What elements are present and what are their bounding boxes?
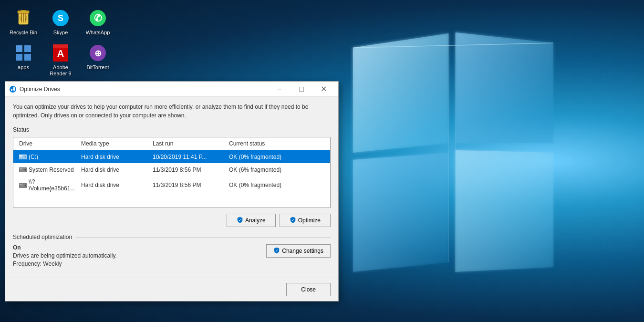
row3-status: OK (0% fragmented) — [227, 181, 326, 189]
svg-rect-37 — [20, 168, 22, 169]
svg-point-30 — [10, 86, 16, 93]
table-header: Drive Media type Last run Current status — [13, 137, 330, 150]
row3-last-run: 11/3/2019 8:56 PM — [151, 181, 227, 189]
optimize-drives-dialog: Optimize Drives − □ ✕ You can optimize y… — [5, 81, 339, 301]
svg-text:✆: ✆ — [94, 13, 102, 23]
drive-table: Drive Media type Last run Current status — [13, 137, 331, 208]
close-button[interactable]: ✕ — [312, 82, 334, 97]
svg-text:A: A — [57, 48, 64, 59]
svg-text:⊕: ⊕ — [94, 49, 102, 58]
scheduled-status: On — [13, 244, 117, 251]
dialog-body: You can optimize your drives to help you… — [5, 97, 338, 273]
bittorrent-icon: ⊕ — [88, 43, 107, 62]
svg-text:✓: ✓ — [239, 218, 241, 222]
scheduled-divider — [76, 237, 331, 238]
bittorrent-label: BitTorrent — [86, 64, 109, 71]
scheduled-label: Scheduled optimization — [13, 234, 72, 240]
drive-icon-c — [19, 153, 27, 161]
row2-drive: System Reserved — [17, 165, 79, 175]
maximize-button[interactable]: □ — [291, 82, 312, 97]
close-dialog-button[interactable]: Close — [286, 283, 331, 296]
status-divider — [33, 130, 331, 130]
svg-rect-18 — [24, 45, 31, 52]
optimize-shield-icon: ✓ — [290, 217, 296, 225]
svg-point-41 — [25, 185, 26, 186]
table-body: (C:) Hard disk drive 10/20/2019 11:41 P.… — [13, 150, 330, 208]
dialog-title-icon — [9, 85, 17, 93]
svg-rect-40 — [20, 184, 22, 185]
svg-rect-20 — [24, 54, 31, 61]
svg-point-35 — [25, 156, 26, 158]
row2-last-run: 11/3/2019 8:56 PM — [151, 166, 227, 174]
svg-text:✓: ✓ — [275, 249, 278, 252]
desktop-icon-skype[interactable]: S Skype — [43, 6, 78, 39]
analyze-button[interactable]: ✓ Analyze — [227, 214, 276, 227]
table-row[interactable]: System Reserved Hard disk drive 11/3/201… — [13, 163, 330, 176]
svg-rect-19 — [16, 54, 22, 61]
drive-icon-volume — [19, 181, 27, 189]
change-settings-button[interactable]: ✓ Change settings — [266, 244, 331, 258]
adobe-icon: A — [51, 43, 70, 62]
desktop-icon-adobe[interactable]: A Adobe Reader 9 — [43, 41, 78, 80]
scheduled-frequency: Frequency: Weekly — [13, 260, 117, 267]
row1-last-run: 10/20/2019 11:41 P... — [151, 153, 227, 161]
dialog-description: You can optimize your drives to help you… — [13, 103, 331, 120]
svg-rect-34 — [20, 155, 22, 156]
whatsapp-icon: ✆ — [88, 9, 107, 28]
row3-drive: \\?\Volume{e35b61... — [17, 177, 79, 193]
optimize-label: Optimize — [298, 217, 321, 224]
apps-icon — [14, 43, 33, 62]
desktop-icon-apps[interactable]: apps — [6, 41, 41, 80]
action-buttons: ✓ Analyze ✓ Optimize — [13, 214, 331, 227]
table-row[interactable]: (C:) Hard disk drive 10/20/2019 11:41 P.… — [13, 150, 330, 163]
drive-icon-system — [19, 166, 27, 174]
table-row[interactable]: \\?\Volume{e35b61... Hard disk drive 11/… — [13, 176, 330, 194]
desktop-icon-bittorrent[interactable]: ⊕ BitTorrent — [80, 41, 115, 80]
scheduled-section: Scheduled optimization On Drives are bei… — [13, 234, 331, 267]
analyze-label: Analyze — [245, 217, 266, 224]
adobe-label: Adobe Reader 9 — [45, 64, 76, 77]
row2-status: OK (6% fragmented) — [227, 166, 326, 174]
svg-rect-21 — [16, 45, 22, 52]
dialog-titlebar[interactable]: Optimize Drives − □ ✕ — [5, 82, 338, 97]
apps-label: apps — [18, 64, 29, 71]
scheduled-section-header: Scheduled optimization — [13, 234, 331, 240]
dialog-title-text: Optimize Drives — [20, 86, 269, 93]
svg-rect-32 — [13, 87, 15, 91]
dialog-footer: Close — [5, 278, 338, 301]
header-drive: Drive — [17, 139, 79, 148]
whatsapp-label: WhatsApp — [86, 30, 110, 36]
row3-media-type: Hard disk drive — [79, 181, 151, 189]
row1-media-type: Hard disk drive — [79, 153, 151, 161]
titlebar-buttons: − □ ✕ — [269, 82, 334, 97]
header-media-type: Media type — [79, 139, 151, 148]
desktop-icon-recycle-bin[interactable]: Recycle Bin — [6, 6, 41, 39]
row1-drive: (C:) — [17, 152, 79, 162]
header-current-status: Current status — [227, 139, 326, 148]
skype-icon: S — [51, 9, 70, 28]
svg-rect-31 — [11, 89, 12, 91]
skype-label: Skype — [53, 30, 68, 36]
svg-rect-24 — [53, 44, 68, 48]
minimize-button[interactable]: − — [269, 82, 291, 97]
status-label: Status — [13, 126, 29, 133]
optimize-button[interactable]: ✓ Optimize — [280, 214, 331, 227]
change-settings-label: Change settings — [282, 248, 323, 254]
desktop-icon-whatsapp[interactable]: ✆ WhatsApp — [80, 6, 115, 39]
desktop: Recycle Bin S Skype ✆ WhatsApp — [0, 0, 644, 322]
recycle-bin-icon — [14, 9, 33, 28]
scheduled-row: On Drives are being optimized automatica… — [13, 244, 331, 267]
scheduled-info: On Drives are being optimized automatica… — [13, 244, 117, 267]
svg-point-38 — [25, 169, 26, 171]
row2-media-type: Hard disk drive — [79, 166, 151, 174]
scheduled-description: Drives are being optimized automatically… — [13, 252, 117, 259]
status-section-header: Status — [13, 126, 331, 133]
analyze-shield-icon: ✓ — [237, 217, 243, 225]
row1-status: OK (0% fragmented) — [227, 153, 326, 161]
svg-text:✓: ✓ — [291, 218, 294, 222]
header-last-run: Last run — [151, 139, 227, 148]
recycle-bin-label: Recycle Bin — [10, 30, 37, 36]
settings-shield-icon: ✓ — [273, 247, 280, 255]
svg-text:S: S — [58, 13, 63, 23]
